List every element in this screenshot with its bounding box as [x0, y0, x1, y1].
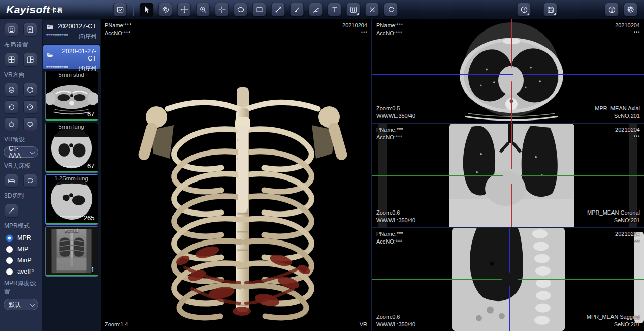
- vr-view-anterior-button[interactable]: [5, 83, 18, 97]
- thumbnail-image-count: 1: [91, 266, 94, 274]
- vr-view-posterior-button[interactable]: [23, 83, 37, 97]
- sagittal-viewport[interactable]: PName:***AccNO:*** 20210204*** Zoom:0.6W…: [372, 228, 644, 331]
- study-item-2[interactable]: 2020-01-27-CT ********** (4)序列: [43, 45, 100, 69]
- thumbnail-image-count: 67: [87, 162, 94, 170]
- bed-icon: [7, 176, 16, 185]
- cobb-angle-button[interactable]: [309, 3, 323, 16]
- mpr-mode-option-label: MPR: [17, 234, 31, 242]
- pan-icon: [180, 5, 189, 14]
- split-right-icon: [26, 55, 35, 64]
- thumbnail-label: 1.25mm lung: [46, 175, 98, 182]
- study-item-1[interactable]: 20200127-CT ********** (5)序列: [43, 20, 100, 44]
- axial-patient-overlay: PName:***AccNO:***: [376, 22, 403, 37]
- study-title: 2020-01-27-CT: [54, 48, 96, 62]
- series-thumbnail-125mm-lung[interactable]: 1.25mm lung 265: [45, 174, 98, 225]
- thumbnail-image-count: 67: [87, 110, 94, 118]
- study-title: 20200127-CT: [54, 23, 96, 30]
- toolbar-right-group: [514, 3, 560, 16]
- coronal-zoom-overlay: Zoom:0.6WW/WL:350/40: [376, 209, 415, 224]
- ellipse-roi-button[interactable]: [234, 3, 247, 16]
- vr-masked: ***: [342, 29, 367, 37]
- axial-type-overlay: MPR_MEAN AxialSeNO:201: [595, 105, 640, 120]
- window-level-button[interactable]: [346, 3, 360, 16]
- view-superior-icon: [7, 120, 16, 129]
- grid-2x2-layout-button[interactable]: [5, 53, 18, 67]
- save-button[interactable]: [543, 3, 557, 16]
- thumbnail-progress-bar: [46, 223, 98, 224]
- series-thumbnail-5mm-lung[interactable]: 5mm lung 67: [45, 123, 98, 173]
- vr-direction-label: VR方向: [4, 71, 42, 79]
- axial-viewport[interactable]: PName:***AccNO:*** 20210204*** Zoom:0.5W…: [372, 19, 644, 123]
- sagittal-patient-overlay: PName:***AccNO:***: [376, 230, 403, 246]
- mpr-mode-option-mpr[interactable]: MPR: [6, 234, 42, 242]
- vr-view-superior-button[interactable]: [5, 117, 18, 131]
- app-logo: Kayisoft卡易: [0, 4, 102, 16]
- window-level-icon: [349, 5, 358, 14]
- radio-icon: [6, 268, 13, 275]
- measure-line-button[interactable]: [271, 3, 285, 16]
- export-image-button[interactable]: [113, 3, 127, 16]
- scalpel-icon: [7, 206, 16, 215]
- layout-report-icon: [26, 25, 35, 34]
- zoom-tool-button[interactable]: [196, 3, 210, 16]
- ellipse-icon: [236, 5, 245, 14]
- text-annotation-button[interactable]: [328, 3, 341, 16]
- rectangle-roi-button[interactable]: [252, 3, 266, 16]
- mpr-thickness-value: 默认: [9, 300, 21, 309]
- vr-bed-reset-button[interactable]: [23, 174, 37, 188]
- reset-icon: [387, 5, 396, 14]
- thumbnail-label: scout: [46, 227, 98, 233]
- vr-view-right-button[interactable]: [23, 100, 37, 114]
- crosshair-tool-button[interactable]: [215, 3, 229, 16]
- mpr-mode-option-aveip[interactable]: aveIP: [6, 268, 42, 275]
- cursor-tool-button[interactable]: [140, 3, 153, 16]
- cut-3d-label: 3D切割: [4, 192, 42, 200]
- mpr-thickness-select[interactable]: 默认: [4, 299, 38, 310]
- settings-button[interactable]: [624, 3, 637, 16]
- coronal-viewport[interactable]: PName:***AccNO:*** 20210204*** Zoom:0.6W…: [372, 124, 644, 227]
- study-series-count: (5)序列: [79, 33, 96, 40]
- series-thumbnail-scout[interactable]: scout 1: [45, 226, 98, 277]
- measure-line-icon: [274, 5, 283, 14]
- rotate-3d-tool-button[interactable]: [158, 3, 172, 16]
- series-panel: 20200127-CT ********** (5)序列 2020-01-27-…: [42, 19, 101, 331]
- angle-tool-button[interactable]: [290, 3, 304, 16]
- radio-icon: [6, 257, 13, 264]
- close-icon: [368, 5, 377, 14]
- scalpel-button[interactable]: [5, 204, 18, 218]
- grid-2x2-icon: [7, 55, 16, 64]
- split-right-layout-button[interactable]: [23, 53, 37, 67]
- pan-tool-button[interactable]: [177, 3, 191, 16]
- axial-study-overlay: 20210204***: [615, 22, 640, 37]
- vr-type-overlay: VR: [360, 321, 367, 328]
- rotate-3d-icon: [161, 5, 170, 14]
- vr-ribcage-rendering: [136, 79, 349, 322]
- layout-series-button[interactable]: [5, 23, 18, 37]
- help-button[interactable]: [605, 3, 619, 16]
- reset-view-button[interactable]: [384, 3, 398, 16]
- delete-annotation-button[interactable]: [365, 3, 379, 16]
- layout-report-button[interactable]: [23, 23, 37, 37]
- view-posterior-icon: [26, 85, 35, 94]
- radio-icon: [6, 246, 13, 253]
- folder-icon: [46, 23, 54, 30]
- dicom-viewer-window: Kayisoft卡易: [0, 0, 644, 331]
- mpr-mode-option-minp[interactable]: MinP: [6, 257, 42, 264]
- vr-preset-select[interactable]: CT-AAA: [4, 146, 38, 158]
- vr-zoom-overlay: Zoom:1.4: [105, 321, 128, 328]
- thumbnail-label: 5mm stnd: [46, 72, 98, 78]
- sagittal-study-overlay: 20210204***: [615, 230, 640, 246]
- vr-viewport[interactable]: PName:*** AccNO:*** 20210204 *** Zoom:1.…: [101, 19, 371, 331]
- series-thumbnail-5mm-stnd[interactable]: 5mm stnd 67: [45, 71, 98, 121]
- remove-bed-button[interactable]: [5, 174, 18, 188]
- image-info-button[interactable]: [517, 3, 531, 16]
- radio-selected-icon: [6, 235, 13, 242]
- tool-button-group: [111, 3, 400, 16]
- vr-view-left-button[interactable]: [5, 100, 18, 114]
- vr-patient-overlay: PName:*** AccNO:***: [105, 22, 132, 37]
- coronal-patient-overlay: PName:***AccNO:***: [376, 126, 403, 141]
- mpr-mode-option-mip[interactable]: MIP: [6, 246, 42, 253]
- vr-view-inferior-button[interactable]: [23, 117, 37, 131]
- thumbnail-progress-bar: [46, 119, 98, 121]
- mpr-panel: PName:***AccNO:*** 20210204*** Zoom:0.5W…: [371, 19, 644, 331]
